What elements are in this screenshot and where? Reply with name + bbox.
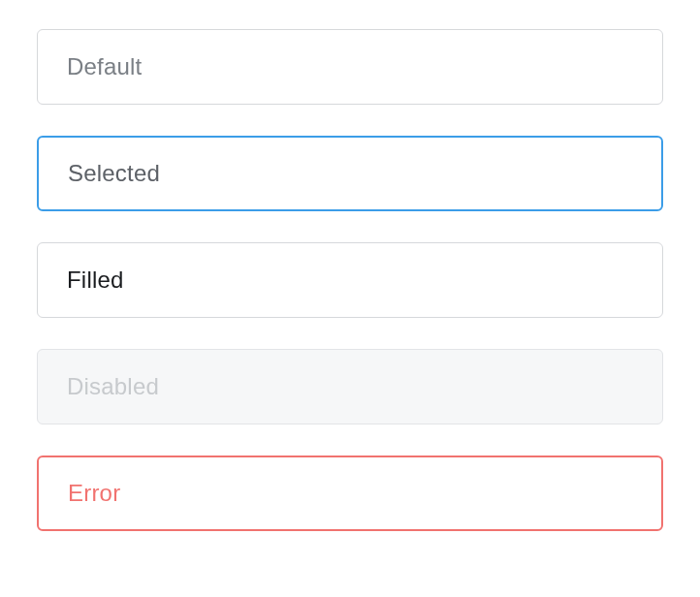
disabled-input: Disabled: [37, 349, 663, 424]
filled-input-label: Filled: [67, 267, 124, 294]
input-states-stack: Default Selected Filled Disabled Error: [37, 29, 663, 531]
error-input[interactable]: Error: [37, 456, 663, 531]
selected-input[interactable]: Selected: [37, 136, 663, 211]
selected-input-label: Selected: [68, 160, 160, 187]
filled-input[interactable]: Filled: [37, 242, 663, 318]
disabled-input-label: Disabled: [67, 373, 159, 400]
default-input-label: Default: [67, 53, 142, 80]
default-input[interactable]: Default: [37, 29, 663, 105]
error-input-label: Error: [68, 480, 120, 507]
